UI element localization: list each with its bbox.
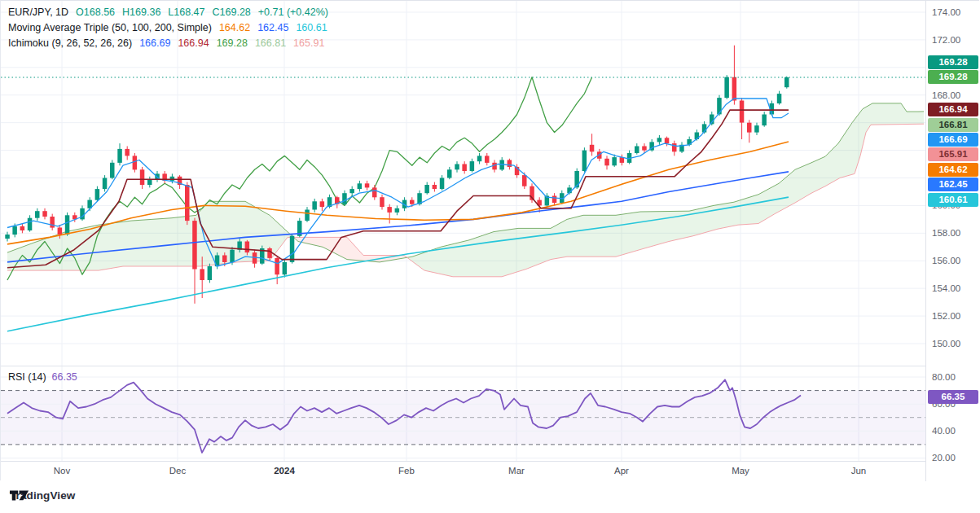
- ichimoku-cloud-bearish: [296, 237, 408, 262]
- candle-body: [290, 236, 295, 262]
- month-label-apr: Apr: [614, 466, 629, 476]
- candle-body: [762, 115, 767, 126]
- time-axis[interactable]: NovDec2024FebMarAprMayJun: [1, 461, 925, 481]
- candle-body: [717, 98, 722, 114]
- candle-body: [433, 185, 437, 189]
- legend-title: Ichimoku (9, 26, 52, 26, 26): [8, 37, 132, 49]
- month-label-2024: 2024: [274, 466, 295, 476]
- candle-body: [590, 145, 595, 152]
- pane-separator[interactable]: [1, 366, 980, 366]
- candle-body: [740, 101, 745, 123]
- candle-body: [604, 159, 609, 166]
- legend-title: Moving Average Triple (50, 100, 200, Sim…: [8, 22, 212, 33]
- candle-body: [635, 147, 639, 154]
- axis-price-label: 150.00: [932, 339, 960, 349]
- axis-price-label: 154.00: [932, 283, 960, 293]
- axis-price-label: 40.00: [932, 426, 956, 436]
- candle-body: [470, 161, 475, 171]
- candle-body: [147, 179, 152, 185]
- candle-body: [20, 226, 25, 230]
- legend-value: H169.36: [122, 7, 160, 18]
- legend-value: L168.47: [168, 7, 204, 18]
- candle-body: [222, 256, 227, 263]
- rsi-legend[interactable]: RSI (14) 66.35: [8, 371, 77, 383]
- candle-body: [103, 178, 108, 190]
- candle-body: [50, 217, 55, 228]
- candle-body: [140, 169, 145, 185]
- candle-body: [170, 177, 175, 181]
- candle-body: [657, 138, 662, 142]
- legend-title: EUR/JPY, 1D: [8, 7, 68, 18]
- price-badge: 166.94: [928, 103, 978, 116]
- candle-body: [320, 201, 325, 207]
- candle-body: [672, 143, 677, 151]
- price-badge: 160.61: [928, 193, 978, 207]
- legend-value: 160.61: [296, 22, 327, 33]
- axis-price-label: 168.00: [932, 90, 960, 100]
- price-badge: 162.45: [928, 178, 978, 191]
- candle-body: [5, 235, 10, 239]
- candle-body: [35, 211, 40, 218]
- candle-body: [267, 248, 272, 258]
- rsi-label: RSI (14): [8, 371, 46, 383]
- axis-price-label: 80.00: [932, 372, 956, 382]
- legend-value: 165.91: [293, 37, 324, 49]
- legend: EUR/JPY, 1DO168.56H169.36L168.47C169.28+…: [8, 5, 336, 51]
- price-axis[interactable]: 174.00172.00168.00160.00158.00156.00154.…: [925, 1, 980, 481]
- price-badge: 169.28: [928, 55, 978, 69]
- axis-price-label: 174.00: [932, 7, 960, 17]
- candle-body: [305, 210, 310, 221]
- legend-value: 166.94: [178, 37, 209, 49]
- candle-body: [192, 221, 197, 269]
- legend-value: +0.71 (+0.42%): [258, 7, 328, 18]
- rsi-pane[interactable]: [1, 366, 925, 461]
- candle-body: [12, 226, 17, 235]
- candle-body: [95, 189, 100, 200]
- candle-body: [777, 94, 782, 103]
- candle-body: [200, 269, 204, 280]
- candle-body: [447, 169, 452, 178]
- tradingview-chart-app: EUR/JPY, 1DO168.56H169.36L168.47C169.28+…: [0, 0, 980, 513]
- candle-body: [117, 149, 122, 163]
- candle-body: [732, 77, 737, 101]
- candle-body: [28, 218, 33, 230]
- candle-body: [42, 211, 47, 217]
- candle-body: [455, 164, 459, 170]
- price-badge: 164.62: [928, 163, 978, 177]
- month-label-dec: Dec: [169, 466, 186, 476]
- candle-body: [424, 185, 429, 193]
- candle-body: [485, 156, 490, 163]
- candle-body: [245, 242, 250, 253]
- legend-value: 166.81: [255, 37, 286, 49]
- month-label-jun: Jun: [851, 466, 867, 476]
- candle-body: [365, 183, 370, 187]
- tradingview-logo-icon[interactable]: [10, 489, 29, 502]
- candle-body: [387, 207, 392, 213]
- candle-body: [410, 200, 415, 204]
- candle-body: [380, 197, 385, 207]
- axis-price-label: 172.00: [932, 35, 960, 45]
- axis-price-label: 158.00: [932, 228, 960, 238]
- candle-body: [358, 183, 363, 189]
- rsi-value: 66.35: [52, 371, 77, 383]
- legend-ma-triple-row[interactable]: Moving Average Triple (50, 100, 200, Sim…: [8, 20, 336, 36]
- candle-body: [462, 164, 467, 172]
- price-badge: 166.69: [928, 133, 978, 147]
- candle-body: [508, 160, 512, 168]
- rsi-badge: 66.35: [928, 390, 978, 404]
- candle-body: [522, 175, 527, 186]
- main-chart-pane[interactable]: [1, 1, 925, 366]
- candle-body: [372, 187, 377, 197]
- candle-body: [275, 258, 279, 274]
- price-badge: 166.81: [928, 118, 978, 132]
- month-label-may: May: [732, 466, 749, 476]
- legend-symbol-row[interactable]: EUR/JPY, 1DO168.56H169.36L168.47C169.28+…: [8, 5, 336, 20]
- candle-body: [582, 151, 587, 171]
- legend-ichimoku-row[interactable]: Ichimoku (9, 26, 52, 26, 26)166.69166.94…: [8, 36, 336, 51]
- candle-body: [125, 149, 130, 156]
- axis-price-label: 20.00: [932, 453, 956, 463]
- candle-body: [312, 201, 317, 209]
- candle-body: [612, 157, 617, 165]
- candle-body: [110, 163, 115, 178]
- candle-body: [754, 125, 759, 133]
